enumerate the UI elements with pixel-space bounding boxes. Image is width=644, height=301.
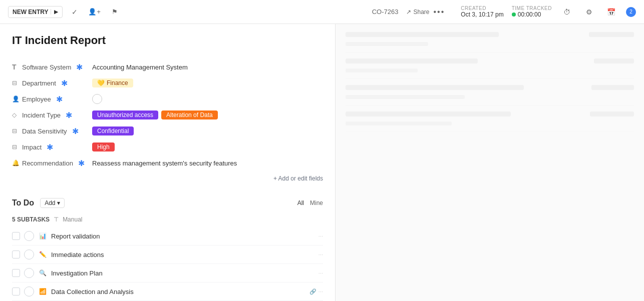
recommendation-value: Reassess management system's security fe… — [92, 160, 237, 167]
field-row-employee: 👤 Employee ✱ — [12, 91, 323, 107]
field-required-icon[interactable]: ✱ — [56, 94, 63, 104]
calendar-icon: 📅 — [607, 8, 615, 16]
right-item-3 — [346, 85, 634, 106]
department-tag[interactable]: 💛 Finance — [92, 78, 133, 88]
subtask-checkbox-4[interactable] — [12, 288, 20, 296]
field-value-department: 💛 Finance — [92, 78, 323, 88]
subtask-icon-2: ✏️ — [38, 250, 47, 259]
subtask-link-icon[interactable]: 🔗 — [309, 288, 316, 295]
share-button[interactable]: ↗ Share — [406, 8, 429, 16]
label-text: Software System — [22, 64, 71, 71]
field-row-recommendation: 🔔 Recommendation ✱ Reassess management s… — [12, 155, 323, 171]
field-row-department: ⊟ Department ✱ 💛 Finance — [12, 75, 323, 91]
right-item-1 — [346, 32, 634, 52]
field-required-icon[interactable]: ✱ — [76, 62, 83, 72]
timer-button[interactable]: ⏱ — [560, 5, 574, 19]
check-icon: ✓ — [72, 8, 78, 16]
incident-tag-alteration[interactable]: Alteration of Data — [161, 110, 218, 120]
todo-filter: All Mine — [297, 200, 323, 206]
subtask-more-icon[interactable]: ··· — [318, 288, 323, 295]
right-panel-content — [346, 32, 634, 132]
share-icon: ↗ — [406, 8, 411, 16]
subtasks-count: 5 SUBTASKS — [12, 216, 50, 223]
filter-mine[interactable]: Mine — [310, 200, 323, 206]
main-content: IT Incident Report T Software System ✱ A… — [0, 24, 644, 301]
created-value: Oct 3, 10:17 pm — [461, 11, 503, 18]
field-label-employee: 👤 Employee ✱ — [12, 94, 92, 104]
software-system-value: Accounting Management System — [92, 64, 188, 71]
sort-icon: ⊤ — [54, 216, 59, 223]
subtask-actions-3: ··· — [318, 270, 323, 276]
subtask-name-4: Data Collection and Analysis — [51, 288, 305, 296]
right-item-right-4 — [590, 112, 634, 116]
subtask-actions-4: 🔗 ··· — [309, 288, 323, 295]
subtask-name-2: Immediate actions — [51, 251, 314, 258]
time-active-dot — [512, 12, 516, 16]
finance-emoji-icon: 💛 — [97, 80, 105, 86]
new-entry-label: NEW ENTRY — [13, 8, 49, 16]
subtasks-sort-label: Manual — [63, 216, 82, 223]
right-item-right-3 — [591, 85, 634, 90]
employee-avatar-placeholder — [92, 94, 102, 104]
subtask-status-3[interactable] — [24, 268, 34, 278]
impact-tag[interactable]: High — [92, 142, 115, 152]
subtask-row-immediate-actions: ✏️ Immediate actions ··· — [12, 246, 323, 264]
field-value-impact: High — [92, 142, 323, 152]
time-tracked-meta: TIME TRACKED 00:00:00 — [512, 6, 552, 18]
created-label: CREATED — [461, 6, 503, 11]
toolbar: NEW ENTRY ▶ ✓ 👤+ ⚑ CO-7263 ↗ Share ••• C… — [0, 0, 644, 24]
right-item-left-1 — [346, 32, 581, 46]
more-options-button[interactable]: ••• — [434, 8, 445, 16]
sensitivity-tag[interactable]: Confidential — [92, 126, 134, 136]
todo-title: To Do — [12, 198, 34, 208]
bell-icon: 🔔 — [12, 160, 19, 166]
right-item-4 — [346, 112, 634, 132]
right-item-sub-4 — [346, 122, 452, 126]
person-icon: 👤 — [12, 96, 19, 102]
label-text: Incident Type — [22, 112, 61, 119]
settings-button[interactable]: ⚙ — [582, 5, 596, 19]
todo-section: To Do Add ▾ All Mine 5 SUBTASKS ⊤ Manual — [12, 198, 323, 301]
subtask-name-1: Report validation — [51, 232, 314, 240]
field-required-icon[interactable]: ✱ — [78, 158, 85, 168]
filter-all[interactable]: All — [297, 200, 304, 206]
new-entry-button[interactable]: NEW ENTRY ▶ — [8, 6, 63, 18]
subtask-row-data-collection: 📶 Data Collection and Analysis 🔗 ··· — [12, 282, 323, 301]
right-item-2 — [346, 58, 634, 79]
calendar-button[interactable]: 📅 — [604, 5, 618, 19]
field-required-icon[interactable]: ✱ — [61, 78, 68, 88]
label-text: Impact — [22, 144, 42, 151]
field-value-employee[interactable] — [92, 94, 323, 104]
field-required-icon[interactable]: ✱ — [47, 142, 53, 152]
field-row-incident-type: ◇ Incident Type ✱ Unauthorized access Al… — [12, 107, 323, 123]
subtask-icon-4: 📶 — [38, 287, 47, 296]
subtask-more-icon[interactable]: ··· — [318, 270, 323, 276]
flag-button[interactable]: ⚑ — [107, 4, 123, 20]
subtask-status-2[interactable] — [24, 250, 34, 260]
subtask-more-icon[interactable]: ··· — [318, 233, 323, 239]
field-value-recommendation: Reassess management system's security fe… — [92, 160, 323, 167]
add-user-button[interactable]: 👤+ — [87, 4, 103, 20]
subtask-checkbox-3[interactable] — [12, 269, 20, 277]
share-label: Share — [413, 8, 429, 16]
todo-header: To Do Add ▾ All Mine — [12, 198, 323, 208]
field-required-icon[interactable]: ✱ — [66, 110, 72, 120]
field-label-recommendation: 🔔 Recommendation ✱ — [12, 158, 92, 168]
right-item-sub-1 — [346, 42, 428, 46]
right-panel — [336, 24, 644, 301]
notification-badge[interactable]: 2 — [626, 7, 636, 17]
check-button[interactable]: ✓ — [67, 4, 83, 20]
right-item-right-2 — [594, 58, 634, 64]
subtask-more-icon[interactable]: ··· — [318, 252, 323, 258]
subtask-status-4[interactable] — [24, 286, 34, 296]
add-button[interactable]: Add ▾ — [40, 198, 65, 208]
subtask-checkbox-1[interactable] — [12, 232, 20, 240]
label-text: Employee — [22, 96, 51, 103]
subtask-status-1[interactable] — [24, 231, 34, 241]
subtask-checkbox-2[interactable] — [12, 250, 20, 258]
sensitivity-icon: ⊟ — [12, 128, 19, 134]
field-label-department: ⊟ Department ✱ — [12, 78, 92, 88]
incident-tag-unauthorized[interactable]: Unauthorized access — [92, 110, 158, 120]
add-fields-link[interactable]: + Add or edit fields — [12, 171, 323, 186]
field-required-icon[interactable]: ✱ — [72, 126, 79, 136]
